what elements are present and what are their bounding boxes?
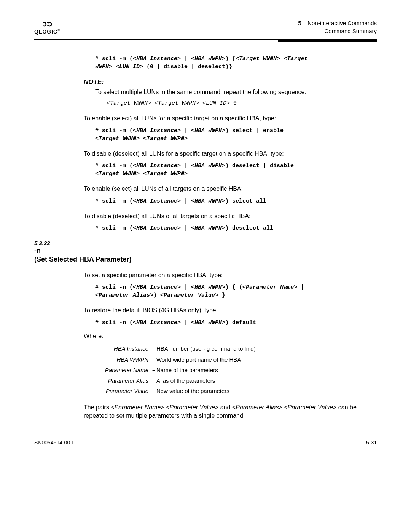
para-enable-all: To enable (select) all LUNs of all targe… [84, 185, 377, 193]
def-row: HBA WWPN = World wide port name of the H… [95, 355, 377, 365]
command-block-5: # scli -m (<HBA Instance> | <HBA WWPN>) … [95, 224, 377, 232]
header-bar [278, 39, 377, 42]
logo-text: QLOGIC [34, 29, 57, 35]
def-term: Parameter Name [95, 365, 151, 375]
def-term: HBA WWPN [95, 355, 151, 365]
para-restore-default: To restore the default BIOS (4G HBAs onl… [84, 306, 377, 315]
para-enable-target: To enable (select) all LUNs for a specif… [84, 114, 377, 123]
section-label: Command Summary [298, 27, 377, 35]
para-set-param: To set a specific parameter on a specifi… [84, 271, 377, 280]
page-footer: SN0054614-00 F 5-31 [34, 436, 377, 446]
logo: ɔ:ɔ QLOGIC® [34, 19, 60, 35]
command-block-1: # scli -m (<HBA Instance> | <HBA WWPN>) … [95, 55, 377, 71]
def-term: Parameter Alias [95, 375, 151, 386]
def-row: HBA Instance = HBA number (use -g comman… [95, 343, 377, 355]
def-desc: HBA number (use -g command to find) [156, 343, 256, 355]
def-row: Parameter Name = Name of the parameters [95, 365, 377, 375]
page-number: 5-31 [366, 439, 377, 446]
command-block-6: # scli -n (<HBA Instance> | <HBA WWPN>) … [95, 283, 377, 299]
def-desc: Name of the parameters [156, 365, 218, 375]
command-block-3: # scli -m (<HBA Instance> | <HBA WWPN>) … [95, 162, 377, 178]
doc-number: SN0054614-00 F [34, 439, 75, 446]
note-label: NOTE: [84, 78, 377, 86]
def-row: Parameter Value = New value of the param… [95, 386, 377, 396]
para-pairs: The pairs <Parameter Name> <Parameter Va… [84, 403, 377, 420]
def-desc: Alias of the parameters [156, 375, 215, 386]
chapter-label: 5 – Non-interactive Commands [298, 19, 377, 27]
note-body: To select multiple LUNs in the same comm… [95, 88, 377, 107]
def-desc: New value of the parameters [156, 386, 229, 396]
header-right: 5 – Non-interactive Commands Command Sum… [298, 19, 377, 35]
def-row: Parameter Alias = Alias of the parameter… [95, 375, 377, 386]
def-term: Parameter Value [95, 386, 151, 396]
content: # scli -m (<HBA Instance> | <HBA WWPN>) … [34, 40, 377, 420]
def-desc: World wide port name of the HBA [156, 355, 241, 365]
note-text: To select multiple LUNs in the same comm… [95, 89, 306, 95]
para-disable-all: To disable (deselect) all LUNs of all ta… [84, 212, 377, 220]
page-header: ɔ:ɔ QLOGIC® 5 – Non-interactive Commands… [34, 19, 377, 40]
definition-table: HBA Instance = HBA number (use -g comman… [95, 343, 377, 396]
def-term: HBA Instance [95, 343, 151, 355]
command-block-2: # scli -m (<HBA Instance> | <HBA WWPN>) … [95, 127, 377, 143]
command-block-7: # scli -n (<HBA Instance> | <HBA WWPN>) … [95, 319, 377, 327]
para-disable-target: To disable (deselect) all LUNs for a spe… [84, 150, 377, 158]
note-code: <Target WWNN> <Target WWPN> <LUN ID> 0 [107, 99, 377, 107]
logo-mark-icon: ɔ:ɔ [34, 19, 60, 28]
command-block-4: # scli -m (<HBA Instance> | <HBA WWPN>) … [95, 197, 377, 205]
section-number: 5.3.22 [34, 240, 377, 246]
where-label: Where: [84, 333, 377, 340]
section-title: -n (Set Selected HBA Parameter) [34, 246, 377, 264]
